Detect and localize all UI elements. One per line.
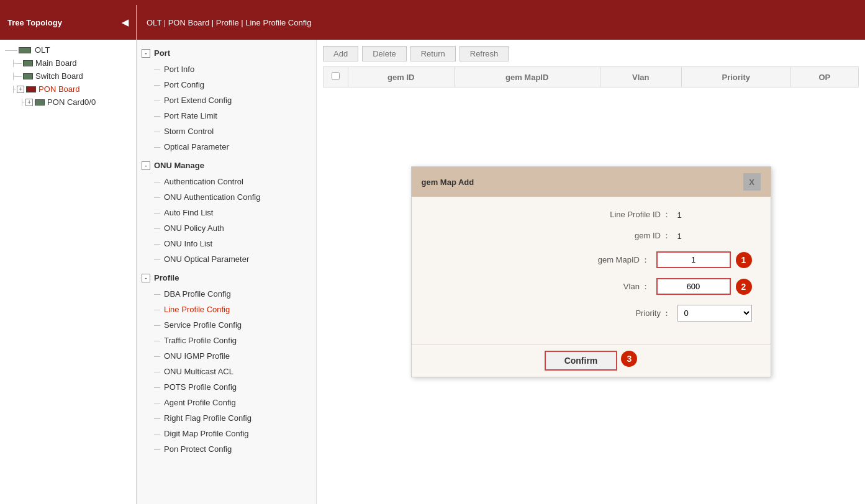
nav-item-right-flag-profile-config[interactable]: Right Flag Profile Config — [137, 410, 316, 426]
step-2-badge: 2 — [736, 279, 752, 295]
tree-item-pon-board[interactable]: ├ + PON Board — [2, 83, 134, 96]
nav-item-onu-igmp-profile[interactable]: ONU IGMP Profile — [137, 348, 316, 364]
modal-header: gem Map Add X — [412, 167, 771, 197]
profile-section-label: Profile — [154, 273, 179, 282]
modal-dialog: gem Map Add X Line Profile ID ： 1 — [411, 166, 771, 377]
modal-overlay: gem Map Add X Line Profile ID ： 1 — [317, 40, 865, 504]
port-section-label: Port — [154, 48, 170, 58]
sidebar: Tree Topology ◀ —— OLT ├— Main Board ├— — [0, 5, 137, 504]
gem-id-label: gem ID ： — [591, 230, 671, 241]
nav-item-dba-profile-config[interactable]: DBA Profile Config — [137, 286, 316, 302]
gem-mapid-input[interactable] — [656, 251, 731, 268]
confirm-button[interactable]: Confirm — [545, 351, 618, 371]
nav-item-authentication-control[interactable]: Authentication Control — [137, 174, 316, 189]
pon-board-icon — [26, 86, 36, 92]
middle-nav: - Port Port Info Port Config Port Extend… — [137, 40, 317, 504]
nav-item-onu-policy-auth[interactable]: ONU Policy Auth — [137, 220, 316, 236]
step-3-badge: 3 — [621, 351, 637, 367]
sidebar-tree: —— OLT ├— Main Board ├— Switch Board ├ + — [0, 40, 136, 504]
vlan-label: Vlan ： — [569, 281, 650, 292]
nav-item-line-profile-config[interactable]: Line Profile Config — [137, 302, 316, 317]
profile-section-expand[interactable]: - — [142, 274, 150, 282]
priority-label: Priority ： — [591, 308, 671, 319]
nav-item-agent-profile-config[interactable]: Agent Profile Config — [137, 395, 316, 410]
modal-footer: Confirm 3 — [412, 344, 771, 377]
nav-item-optical-parameter[interactable]: Optical Parameter — [137, 139, 316, 155]
modal-close-button[interactable]: X — [743, 173, 761, 191]
vlan-input[interactable] — [656, 278, 731, 295]
nav-item-onu-info-list[interactable]: ONU Info List — [137, 236, 316, 251]
step-1-badge: 1 — [736, 252, 752, 268]
tree-item-switch-board[interactable]: ├— Switch Board — [2, 70, 134, 83]
pon-card-label: PON Card0/0 — [47, 97, 96, 107]
nav-item-digit-map-profile-config[interactable]: Digit Map Profile Config — [137, 426, 316, 441]
tree-item-olt[interactable]: —— OLT — [2, 43, 134, 56]
breadcrumb: OLT | PON Board | Profile | Line Profile… — [147, 18, 311, 27]
main-board-label: Main Board — [35, 58, 76, 68]
breadcrumb-bar: OLT | PON Board | Profile | Line Profile… — [137, 5, 865, 40]
right-panel: OLT | PON Board | Profile | Line Profile… — [137, 5, 865, 504]
pon-board-expand[interactable]: + — [17, 86, 24, 93]
nav-item-service-profile-config[interactable]: Service Profile Config — [137, 317, 316, 333]
top-bar — [0, 0, 865, 5]
line-profile-id-value: 1 — [677, 210, 752, 220]
nav-item-pots-profile-config[interactable]: POTS Profile Config — [137, 379, 316, 395]
nav-item-port-extend-config[interactable]: Port Extend Config — [137, 92, 316, 108]
nav-item-pon-protect-config[interactable]: Pon Protect Config — [137, 441, 316, 457]
modal-title: gem Map Add — [422, 178, 474, 187]
nav-item-onu-auth-config[interactable]: ONU Authentication Config — [137, 189, 316, 205]
form-row-gem-id: gem ID ： 1 — [430, 230, 752, 241]
pon-board-label: PON Board — [38, 84, 79, 94]
sidebar-collapse-icon[interactable]: ◀ — [122, 17, 129, 27]
sidebar-title: Tree Topology — [7, 18, 62, 27]
form-row-priority: Priority ： 0 1 2 3 4 5 6 7 — [430, 305, 752, 322]
nav-section-port[interactable]: - Port — [137, 45, 316, 61]
nav-section-onu[interactable]: - ONU Manage — [137, 157, 316, 174]
nav-item-port-info[interactable]: Port Info — [137, 61, 316, 77]
tree-item-main-board[interactable]: ├— Main Board — [2, 56, 134, 70]
sidebar-header: Tree Topology ◀ — [0, 5, 136, 40]
line-profile-id-label: Line Profile ID ： — [591, 209, 671, 220]
nav-item-auto-find-list[interactable]: Auto Find List — [137, 205, 316, 220]
onu-section-expand[interactable]: - — [142, 161, 150, 170]
port-section-expand[interactable]: - — [142, 49, 150, 58]
form-row-gem-mapid: gem MapID ： 1 — [430, 251, 752, 268]
nav-section-profile[interactable]: - Profile — [137, 269, 316, 286]
nav-item-port-rate-limit[interactable]: Port Rate Limit — [137, 108, 316, 124]
nav-item-traffic-profile-config[interactable]: Traffic Profile Config — [137, 333, 316, 348]
tree-item-pon-card[interactable]: ├ + PON Card0/0 — [2, 96, 134, 109]
gem-mapid-label: gem MapID ： — [569, 254, 650, 266]
form-row-vlan: Vlan ： 2 — [430, 278, 752, 295]
pon-card-expand[interactable]: + — [25, 99, 33, 106]
main-board-icon — [23, 60, 33, 66]
olt-icon — [19, 47, 31, 53]
gem-id-value: 1 — [677, 232, 752, 241]
priority-select[interactable]: 0 1 2 3 4 5 6 7 — [677, 305, 752, 322]
modal-body: Line Profile ID ： 1 gem ID ： 1 gem MapID… — [412, 197, 771, 344]
form-row-line-profile-id: Line Profile ID ： 1 — [430, 209, 752, 220]
switch-board-label: Switch Board — [35, 71, 83, 81]
switch-board-icon — [23, 73, 33, 79]
nav-item-onu-optical-parameter[interactable]: ONU Optical Parameter — [137, 251, 316, 267]
olt-label: OLT — [35, 45, 50, 55]
nav-item-port-config[interactable]: Port Config — [137, 77, 316, 92]
nav-item-storm-control[interactable]: Storm Control — [137, 124, 316, 139]
main-content: Add Delete Return Refresh gem ID gem Map… — [317, 40, 865, 504]
onu-section-label: ONU Manage — [154, 161, 204, 170]
nav-item-onu-multicast-acl[interactable]: ONU Multicast ACL — [137, 364, 316, 379]
pon-card-icon — [35, 99, 45, 106]
